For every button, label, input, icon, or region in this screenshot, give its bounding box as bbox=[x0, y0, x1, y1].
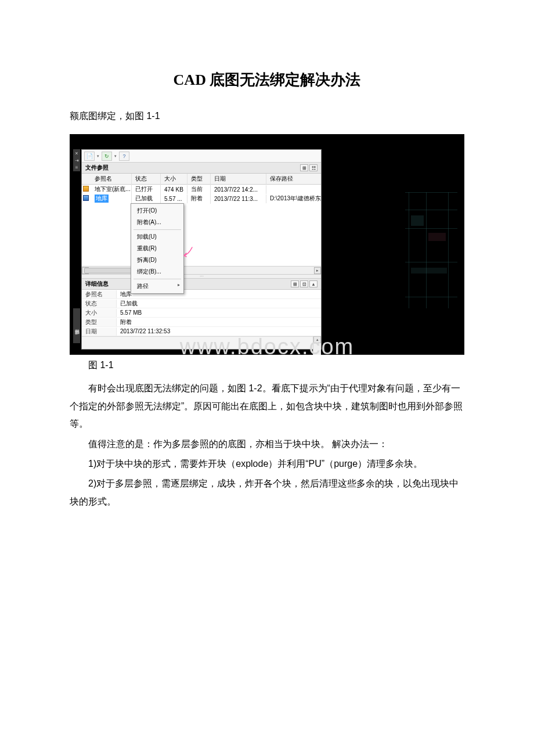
details-section-title: 详细信息 bbox=[85, 280, 109, 288]
xref-table-header: 参照名 状态 大小 类型 日期 保存路径 bbox=[82, 174, 321, 185]
detail-label-status: 状态 bbox=[82, 300, 117, 308]
cad-drawing-preview bbox=[403, 192, 461, 320]
col-header-status[interactable]: 状态 bbox=[132, 174, 161, 184]
autohide-icon[interactable]: ⇥ bbox=[73, 158, 80, 164]
details-view2-button[interactable]: ⊡ bbox=[300, 280, 308, 287]
xref-palette: 📄 ▾ ↻ ▾ ? 文件参照 ⊞ ☷ bbox=[81, 149, 322, 350]
scroll-right-button[interactable]: ▸ bbox=[314, 267, 321, 274]
body-paragraph: 1)对于块中块的形式，需要炸开块（explode）并利用“PU”（purge）清… bbox=[70, 455, 464, 473]
xref-table-body: 地下室(新底... 已打开 474 KB 当前 2013/7/22 14:2..… bbox=[82, 185, 321, 266]
menu-bind[interactable]: 绑定(B)... bbox=[131, 266, 183, 278]
detail-value-status: 已加载 bbox=[117, 300, 321, 308]
col-header-size[interactable]: 大小 bbox=[161, 174, 187, 184]
doc-title: CAD 底图无法绑定解决办法 bbox=[70, 70, 464, 90]
menu-icon[interactable]: ≡ bbox=[73, 165, 80, 171]
details-collapse-button[interactable]: ▴ bbox=[309, 280, 317, 287]
xref-icon bbox=[83, 195, 89, 201]
detail-value-type[interactable]: 附着 bbox=[117, 318, 321, 326]
menu-unload[interactable]: 卸载(U) bbox=[131, 231, 183, 243]
list-view-button[interactable]: ⊞ bbox=[300, 164, 308, 171]
menu-detach[interactable]: 拆离(D) bbox=[131, 254, 183, 266]
files-section-header: 文件参照 ⊞ ☷ bbox=[82, 163, 321, 174]
help-icon: ? bbox=[122, 153, 125, 159]
detail-label-name: 参照名 bbox=[82, 290, 117, 298]
body-paragraph: 值得注意的是：作为多层参照的的底图，亦相当于块中块。 解决办法一： bbox=[70, 435, 464, 453]
figure-1-1: × ⇥ ≡ 外部参照 📄 ▾ ↻ ▾ ? bbox=[70, 134, 464, 355]
details-section-header: 详细信息 ⊞ ⊡ ▴ bbox=[82, 279, 321, 290]
panel-splitter[interactable]: ⋯ bbox=[82, 274, 321, 279]
xref-table: 参照名 状态 大小 类型 日期 保存路径 地下室(新底... 已打开 474 K… bbox=[82, 174, 321, 274]
tree-view-button[interactable]: ☷ bbox=[309, 164, 317, 171]
refresh-icon: ↻ bbox=[104, 153, 109, 159]
palette-toolbar: 📄 ▾ ↻ ▾ ? bbox=[82, 150, 321, 163]
row-size: 5.57 ... bbox=[161, 195, 187, 203]
close-icon[interactable]: × bbox=[73, 150, 80, 157]
detail-label-type: 类型 bbox=[82, 318, 117, 326]
col-header-date[interactable]: 日期 bbox=[211, 174, 266, 184]
row-type: 附着 bbox=[187, 193, 211, 204]
cad-canvas: × ⇥ ≡ 外部参照 📄 ▾ ↻ ▾ ? bbox=[70, 134, 464, 355]
detail-label-size: 大小 bbox=[82, 309, 117, 317]
palette-handle[interactable]: × ⇥ ≡ bbox=[73, 149, 80, 171]
details-view1-button[interactable]: ⊞ bbox=[291, 280, 299, 287]
body-paragraph: 2)对于多层参照，需逐层绑定，成块，炸开各个块，然后清理这些多余的块，以免出现块… bbox=[70, 475, 464, 510]
menu-open[interactable]: 打开(O) bbox=[131, 205, 183, 217]
refresh-button[interactable]: ↻ bbox=[102, 152, 112, 161]
detail-row: 大小 5.57 MB bbox=[82, 308, 321, 318]
watermark: www.bdocx.com bbox=[70, 334, 464, 359]
row-status: 已加载 bbox=[132, 193, 161, 204]
row-path bbox=[266, 188, 321, 190]
detail-row: 参照名 地库 bbox=[82, 290, 321, 299]
horizontal-scrollbar[interactable]: ◂ ▸ bbox=[82, 266, 321, 274]
files-section-title: 文件参照 bbox=[85, 164, 109, 172]
menu-attach[interactable]: 附着(A)... bbox=[131, 217, 183, 228]
menu-path[interactable]: 路径 bbox=[131, 280, 183, 292]
figure-caption-1-1: 图 1-1 bbox=[70, 359, 464, 372]
menu-separator bbox=[134, 229, 181, 230]
row-date: 2013/7/22 14:2... bbox=[211, 185, 266, 194]
row-size: 474 KB bbox=[161, 185, 187, 194]
attach-dwg-button[interactable]: 📄 bbox=[84, 152, 95, 161]
detail-value-size: 5.57 MB bbox=[117, 309, 321, 316]
annotation-arrow bbox=[182, 246, 193, 258]
context-menu: 打开(O) 附着(A)... 卸载(U) 重载(R) 拆离(D) 绑定(B)..… bbox=[131, 203, 184, 294]
intro-line: 额底图绑定，如图 1-1 bbox=[70, 107, 464, 125]
detail-row: 状态 已加载 bbox=[82, 299, 321, 308]
help-button[interactable]: ? bbox=[119, 152, 129, 161]
detail-row: 类型 附着 bbox=[82, 318, 321, 327]
dwg-icon: 📄 bbox=[86, 153, 93, 159]
col-header-type[interactable]: 类型 bbox=[187, 174, 211, 184]
detail-value-date: 2013/7/22 11:32:53 bbox=[117, 328, 321, 334]
table-row[interactable]: 地下室(新底... 已打开 474 KB 当前 2013/7/22 14:2..… bbox=[82, 185, 321, 194]
col-header-name[interactable]: 参照名 bbox=[91, 174, 132, 184]
body-paragraph: 有时会出现底图无法绑定的问题，如图 1-2。看底下提示为“由于代理对象有问题，至… bbox=[70, 380, 464, 433]
col-header-path[interactable]: 保存路径 bbox=[266, 174, 321, 184]
menu-reload[interactable]: 重载(R) bbox=[131, 243, 183, 254]
dwg-icon bbox=[83, 186, 89, 192]
row-path: D:\2013年\建德桥东城市 bbox=[266, 193, 321, 204]
table-row[interactable]: 地库 已加载 5.57 ... 附着 2013/7/22 11:3... D:\… bbox=[82, 194, 321, 203]
row-date: 2013/7/22 11:3... bbox=[211, 195, 266, 203]
row-name: 地下室(新底... bbox=[95, 186, 131, 192]
row-name: 地库 bbox=[95, 195, 109, 203]
details-grid: 参照名 地库 状态 已加载 大小 5.57 MB 类型 bbox=[82, 290, 321, 336]
menu-separator bbox=[134, 279, 181, 279]
